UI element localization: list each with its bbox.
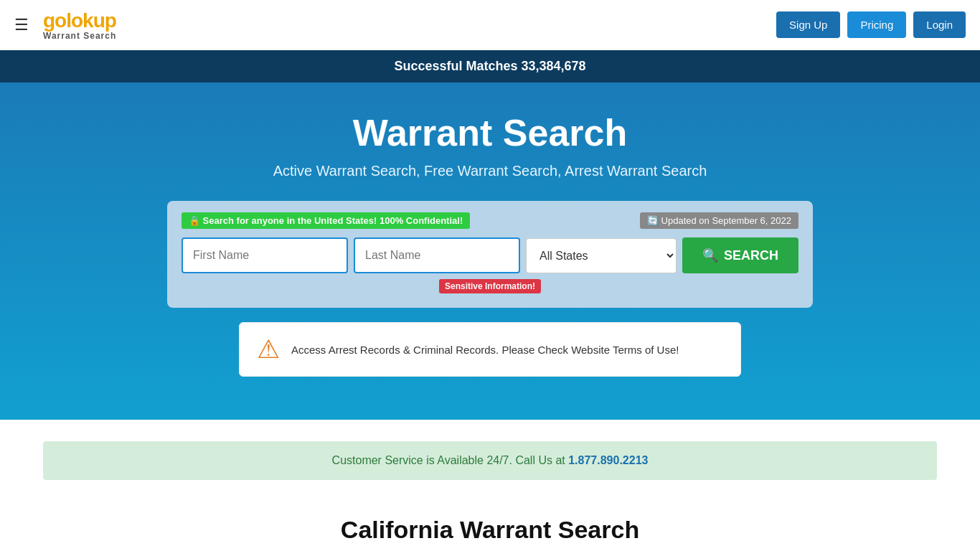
- main-content: California Warrant Search Who Can Issue …: [0, 501, 980, 551]
- ticker-bar: Successful Matches 33,384,678: [0, 50, 980, 83]
- logo-first: go: [43, 9, 66, 32]
- search-header: 🔒 Search for anyone in the United States…: [182, 212, 798, 229]
- search-row: All StatesAlabamaAlaskaArizonaArkansasCa…: [182, 237, 798, 273]
- cs-phone[interactable]: 1.877.890.2213: [568, 454, 648, 466]
- hero-section: Warrant Search Active Warrant Search, Fr…: [0, 83, 980, 420]
- updated-label: 🔄 Updated on September 6, 2022: [640, 212, 798, 229]
- ticker-text: Successful Matches 33,384,678: [394, 59, 585, 73]
- logo-area: golokup Warrant Search: [43, 9, 116, 41]
- hamburger-menu-icon[interactable]: ☰: [14, 16, 29, 34]
- logo-second: okup: [71, 9, 116, 32]
- below-hero: Customer Service is Available 24/7. Call…: [0, 441, 980, 551]
- logo-highlight: l: [66, 9, 71, 32]
- hero-subtitle: Active Warrant Search, Free Warrant Sear…: [14, 163, 966, 179]
- customer-service-bar: Customer Service is Available 24/7. Call…: [43, 441, 937, 480]
- warning-text: Access Arrest Records & Criminal Records…: [291, 344, 679, 356]
- search-button[interactable]: 🔍 SEARCH: [682, 237, 798, 273]
- confidential-label: 🔒 Search for anyone in the United States…: [182, 212, 470, 229]
- logo-text[interactable]: golokup: [43, 9, 116, 32]
- signup-button[interactable]: Sign Up: [776, 11, 840, 38]
- search-icon: 🔍: [702, 248, 718, 263]
- login-button[interactable]: Login: [913, 11, 966, 38]
- header-nav: Sign Up Pricing Login: [776, 11, 966, 38]
- cs-text: Customer Service is Available 24/7. Call…: [332, 454, 569, 466]
- logo-subtitle: Warrant Search: [43, 31, 116, 41]
- section-title: California Warrant Search: [57, 516, 923, 544]
- hero-title: Warrant Search: [14, 111, 966, 154]
- pricing-button[interactable]: Pricing: [847, 11, 906, 38]
- last-name-input[interactable]: [354, 237, 520, 273]
- site-header: ☰ golokup Warrant Search Sign Up Pricing…: [0, 0, 980, 50]
- first-name-input[interactable]: [182, 237, 348, 273]
- warning-icon: ⚠: [257, 334, 280, 364]
- state-select[interactable]: All StatesAlabamaAlaskaArizonaArkansasCa…: [526, 238, 677, 273]
- warning-banner: ⚠ Access Arrest Records & Criminal Recor…: [239, 322, 741, 377]
- search-container: 🔒 Search for anyone in the United States…: [167, 201, 813, 308]
- sensitive-badge: Sensitive Information!: [439, 279, 541, 293]
- search-label: SEARCH: [724, 248, 778, 263]
